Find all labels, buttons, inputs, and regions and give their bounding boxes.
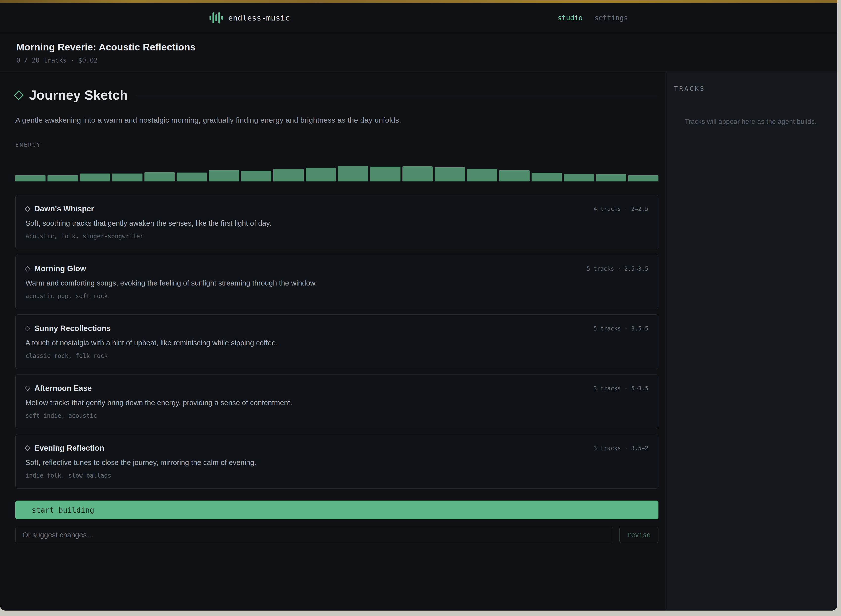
brand: endless-music bbox=[210, 12, 290, 24]
diamond-icon bbox=[25, 386, 31, 391]
phase-meta: 5 tracks · 3.5→5 bbox=[593, 325, 648, 332]
energy-bar bbox=[338, 166, 368, 182]
energy-bar bbox=[209, 170, 239, 182]
energy-bar bbox=[112, 173, 142, 182]
energy-label: ENERGY bbox=[15, 142, 659, 148]
energy-bar bbox=[403, 166, 432, 182]
top-nav: studio settings bbox=[557, 14, 628, 22]
page-title: Morning Reverie: Acoustic Reflections bbox=[16, 42, 821, 53]
suggest-changes-input[interactable] bbox=[15, 527, 613, 543]
energy-bar bbox=[241, 171, 271, 182]
phase-card: Dawn's Whisper 4 tracks · 2→2.5 Soft, so… bbox=[15, 195, 659, 249]
phase-tags: classic rock, folk rock bbox=[25, 352, 648, 359]
main-panel: Journey Sketch A gentle awakening into a… bbox=[0, 72, 665, 610]
nav-item-settings[interactable]: settings bbox=[595, 14, 628, 22]
energy-bar bbox=[306, 168, 336, 182]
energy-bar bbox=[499, 170, 529, 182]
journey-description: A gentle awakening into a warm and nosta… bbox=[15, 116, 659, 124]
energy-bar bbox=[47, 175, 78, 182]
track-stats: 0 / 20 tracks · $0.02 bbox=[16, 57, 821, 64]
energy-bar bbox=[144, 172, 175, 182]
phase-name: Morning Glow bbox=[34, 264, 86, 273]
phase-tags: acoustic, folk, singer-songwriter bbox=[25, 233, 648, 240]
diamond-icon bbox=[14, 90, 24, 100]
phase-description: A touch of nostalgia with a hint of upbe… bbox=[25, 339, 648, 347]
waveform-logo-icon bbox=[210, 12, 223, 24]
phase-description: Mellow tracks that gently bring down the… bbox=[25, 399, 648, 407]
phase-meta: 5 tracks · 2.5→3.5 bbox=[587, 265, 648, 272]
phase-card: Morning Glow 5 tracks · 2.5→3.5 Warm and… bbox=[15, 255, 659, 309]
phase-card: Afternoon Ease 3 tracks · 5→3.5 Mellow t… bbox=[15, 374, 659, 429]
suggest-row: revise bbox=[15, 527, 659, 543]
energy-bar bbox=[176, 173, 207, 182]
phase-card: Evening Reflection 3 tracks · 3.5→2 Soft… bbox=[15, 434, 659, 489]
app-window: endless-music studio settings Morning Re… bbox=[0, 0, 837, 610]
phase-tags: indie folk, slow ballads bbox=[25, 472, 648, 479]
energy-bar bbox=[628, 175, 659, 182]
phase-meta: 3 tracks · 5→3.5 bbox=[593, 385, 648, 392]
phase-meta: 3 tracks · 3.5→2 bbox=[593, 445, 648, 451]
diamond-icon bbox=[25, 326, 31, 331]
page-header: Morning Reverie: Acoustic Reflections 0 … bbox=[0, 33, 837, 72]
phase-card: Sunny Recollections 5 tracks · 3.5→5 A t… bbox=[15, 314, 659, 369]
energy-bar bbox=[564, 174, 594, 182]
section-title: Journey Sketch bbox=[29, 88, 128, 103]
brand-name: endless-music bbox=[228, 13, 290, 22]
phase-name: Sunny Recollections bbox=[34, 324, 111, 333]
diamond-icon bbox=[25, 446, 31, 451]
diamond-icon bbox=[25, 266, 31, 272]
phase-name: Evening Reflection bbox=[34, 444, 104, 453]
phase-tags: soft indie, acoustic bbox=[25, 412, 648, 419]
phase-meta: 4 tracks · 2→2.5 bbox=[593, 206, 648, 212]
energy-bar bbox=[532, 173, 562, 182]
phase-tags: acoustic pop, soft rock bbox=[25, 293, 648, 299]
phase-card-list: Dawn's Whisper 4 tracks · 2→2.5 Soft, so… bbox=[15, 195, 659, 489]
phase-name: Afternoon Ease bbox=[34, 384, 92, 393]
energy-bar bbox=[467, 169, 497, 182]
gold-accent-strip bbox=[0, 0, 837, 3]
tracks-empty-message: Tracks will appear here as the agent bui… bbox=[674, 118, 828, 126]
energy-bar bbox=[435, 167, 465, 182]
energy-bars bbox=[15, 166, 659, 182]
diamond-icon bbox=[25, 206, 31, 212]
energy-bar bbox=[370, 167, 400, 182]
energy-bar bbox=[80, 173, 110, 182]
top-bar: endless-music studio settings bbox=[0, 3, 837, 33]
nav-item-studio[interactable]: studio bbox=[557, 14, 582, 22]
phase-description: Warm and comforting songs, evoking the f… bbox=[25, 279, 648, 287]
energy-bar bbox=[15, 175, 46, 182]
energy-bar bbox=[596, 174, 626, 182]
tracks-sidebar-title: TRACKS bbox=[674, 85, 828, 92]
phase-description: Soft, reflective tunes to close the jour… bbox=[25, 459, 648, 467]
start-building-button[interactable]: start building bbox=[15, 500, 659, 519]
phase-name: Dawn's Whisper bbox=[34, 204, 94, 213]
tracks-sidebar: TRACKS Tracks will appear here as the ag… bbox=[665, 72, 837, 610]
revise-button[interactable]: revise bbox=[619, 527, 659, 543]
section-divider bbox=[136, 95, 659, 95]
journey-section-header: Journey Sketch bbox=[15, 88, 659, 103]
phase-description: Soft, soothing tracks that gently awaken… bbox=[25, 219, 648, 227]
energy-bar bbox=[273, 169, 303, 182]
